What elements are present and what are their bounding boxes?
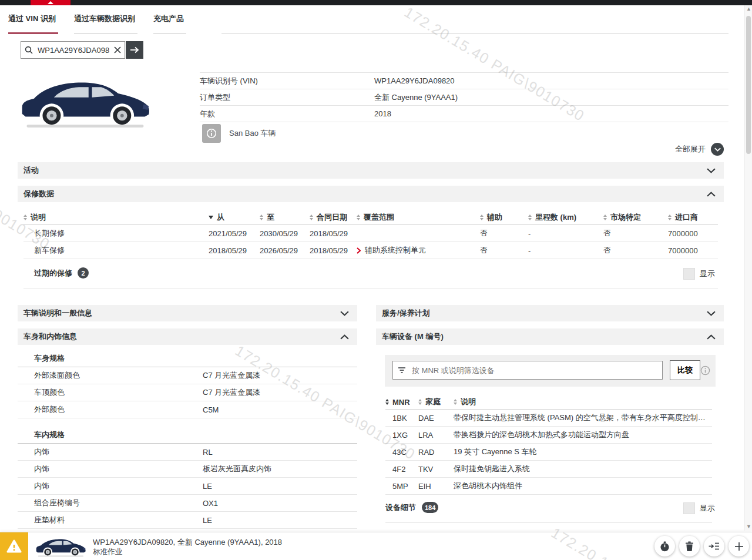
timer-button[interactable] [654,536,675,556]
add-button[interactable] [728,536,749,556]
warranty-contract: 2018/05/29 [310,246,357,255]
scroll-up-arrow[interactable]: ▲ [746,6,752,12]
section-activity[interactable]: 活动 [18,162,724,179]
section-equipment[interactable]: 车辆设备 (M 编号) [376,328,724,345]
warranty-market: 否 [603,228,668,239]
col-header-contract-date[interactable]: 合同日期 [310,212,357,223]
clear-search-button[interactable] [110,43,125,57]
show-expired-control: 显示 [683,268,715,280]
show-details-label: 显示 [700,503,715,514]
section-service-plan[interactable]: 服务/保养计划 [376,305,724,321]
expand-all-button[interactable] [711,143,724,156]
warranty-desc: 新车保修 [24,245,209,256]
spec-row: 座垫材料LE [18,512,357,529]
warranty-contract: 2018/05/29 [310,229,357,238]
equipment-filter-box [392,361,663,380]
tab-charging-products[interactable]: 充电产品 [153,14,186,34]
trash-icon [685,541,694,551]
chevron-up-icon [340,334,349,340]
equip-mnr: 1BK [385,414,418,422]
coverage-link[interactable]: 辅助系统控制单元 [357,245,480,256]
section-body-interior[interactable]: 车身和内饰信息 [18,328,357,345]
stopwatch-icon [660,541,670,552]
section-vehicle-description-title: 车辆说明和一般信息 [24,308,92,318]
tab-identify-by-vehicle-data[interactable]: 通过车辆数据识别 [74,14,137,34]
vin-label: 车辆识别号 (VIN) [200,76,374,86]
scroll-down-arrow[interactable]: ▼ [746,524,752,529]
arrow-right-icon [130,46,139,53]
col-header-to[interactable]: 至 [260,212,310,223]
col-header-from[interactable]: 从 [209,212,260,223]
info-icon[interactable] [700,365,710,377]
divider [385,522,712,523]
col-header-importer[interactable]: 进口商 [668,212,718,223]
expired-warranties: 过期的保修 2 [34,267,89,279]
equipment-row: 1XG LRA 带换档拨片的深色胡桃木加热式多功能运动型方向盘 [385,427,712,444]
equip-desc: 深色胡桃木内饰组件 [454,481,712,491]
warning-button[interactable] [0,532,28,560]
chevron-down-icon [714,147,721,152]
body-spec-group-title: 车身规格 [18,350,357,367]
equipment-row: 5MP EIH 深色胡桃木内饰组件 [385,478,712,495]
footer-vehicle-text: WP1AA29Y6JDA09820, 全新 Cayenne (9YAAA1), … [93,537,282,557]
section-body-interior-title: 车身和内饰信息 [24,331,77,342]
col-header-aux[interactable]: 辅助 [480,212,528,223]
top-black-bar [0,0,752,5]
spec-row: 内饰RL [18,444,357,461]
section-vehicle-description[interactable]: 车辆说明和一般信息 [18,305,357,321]
spec-row: 外部漆面颜色C7 月光蓝金属漆 [18,367,357,384]
spec-row: 车顶颜色C7 月光蓝金属漆 [18,384,357,401]
vin-search-input[interactable] [36,45,110,55]
chevron-down-icon [707,311,716,316]
add-to-list-button[interactable] [704,536,724,556]
vehicle-thumbnail [34,535,87,558]
expired-count-badge: 2 [78,267,89,279]
chevron-up-icon [707,192,716,197]
col-header-coverage[interactable]: 覆盖范围 [357,212,480,223]
equipment-row: 1BK DAE 带保时捷主动悬挂管理系统 (PASM) 的空气悬架，带有车身水平… [385,410,712,427]
tabbar-divider [221,33,728,33]
col-header-desc[interactable]: 说明 [24,212,209,223]
equipment-filter-input[interactable] [411,365,662,375]
vehicle-info-row: 年款 2018 [200,106,728,122]
vehicle-identification-page: 172.20.15.40 PAIG\9010730 172.20.15.40 P… [0,0,752,560]
show-expired-checkbox[interactable] [683,268,695,280]
vehicle-note-text: San Bao 车辆 [229,128,276,139]
model-year-value: 2018 [374,109,391,118]
warranty-row: 长期保修 2021/05/29 2030/05/29 2018/05/29 否 … [24,225,718,242]
tab-identify-by-vin[interactable]: 通过 VIN 识别 [8,14,58,34]
vehicle-note: San Bao 车辆 [202,124,276,143]
body-interior-specs: 车身规格 外部漆面颜色C7 月光蓝金属漆 车顶颜色C7 月光蓝金属漆 外部颜色C… [18,350,357,546]
col-header-equip-desc[interactable]: 说明 [454,397,712,407]
scrollbar-thumb[interactable] [746,16,751,154]
expand-all-control[interactable]: 全部展开 [675,143,724,156]
expand-header-tab[interactable] [31,0,70,5]
equipment-row: 43C RAD 19 英寸 Cayenne S 车轮 [385,444,712,461]
equip-desc: 带保时捷主动悬挂管理系统 (PASM) 的空气悬架，带有车身水平高度控制系统、行… [454,413,712,423]
filter-icon [398,367,406,374]
warranty-table-header: 说明 从 至 合同日期 覆盖范围 辅助 里程数 (km) 市场特定 进口商 [24,210,718,225]
order-type-label: 订单类型 [200,92,374,103]
equipment-table: MNR 家庭 说明 1BK DAE 带保时捷主动悬挂管理系统 (PASM) 的空… [385,395,712,495]
col-header-family[interactable]: 家庭 [418,397,454,407]
show-expired-label: 显示 [700,269,715,279]
page-scrollbar[interactable]: ▲ ▼ [744,5,752,531]
col-header-mileage[interactable]: 里程数 (km) [528,212,603,223]
delete-button[interactable] [679,536,700,556]
col-header-market-specific[interactable]: 市场特定 [603,212,668,223]
warranty-from: 2021/05/29 [209,229,260,238]
plus-icon [734,542,744,551]
equipment-row: 4F2 TKV 保时捷免钥匙进入系统 [385,461,712,478]
warranty-mileage: - [528,246,603,255]
warning-triangle-icon [6,539,22,554]
equipment-details-label: 设备细节 [385,502,416,513]
compare-button[interactable]: 比较 [670,360,700,380]
equip-family: LRA [418,431,454,440]
search-submit-button[interactable] [126,41,143,59]
col-header-mnr[interactable]: MNR [385,398,418,407]
spec-row: 内饰板岩灰光面真皮内饰 [18,461,357,478]
warranty-aux: 否 [480,228,528,239]
section-warranty[interactable]: 保修数据 [18,186,724,202]
show-details-checkbox[interactable] [683,502,695,514]
close-icon [114,46,121,53]
